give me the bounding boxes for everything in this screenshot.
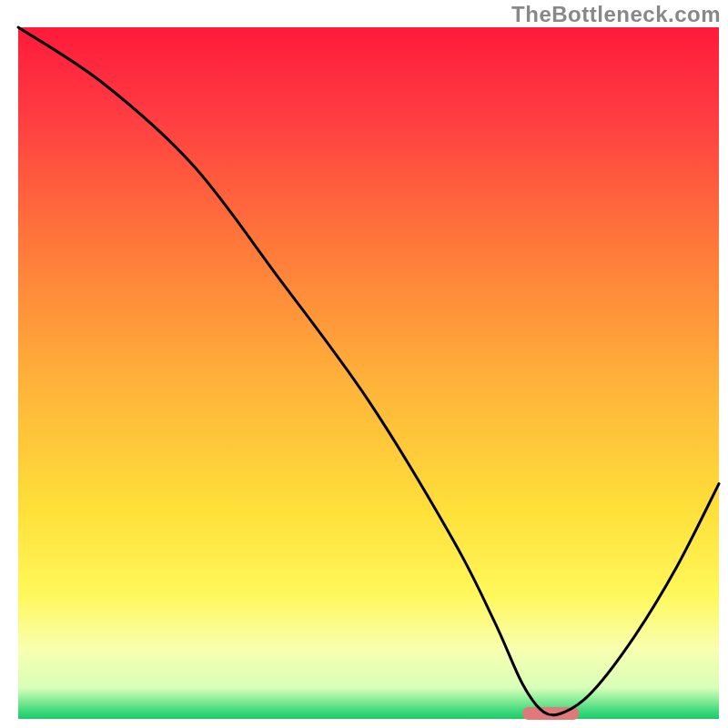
chart-svg — [0, 0, 728, 728]
watermark-text: TheBottleneck.com — [511, 2, 721, 27]
chart-container: TheBottleneck.com — [0, 0, 728, 728]
plot-background — [18, 27, 719, 719]
